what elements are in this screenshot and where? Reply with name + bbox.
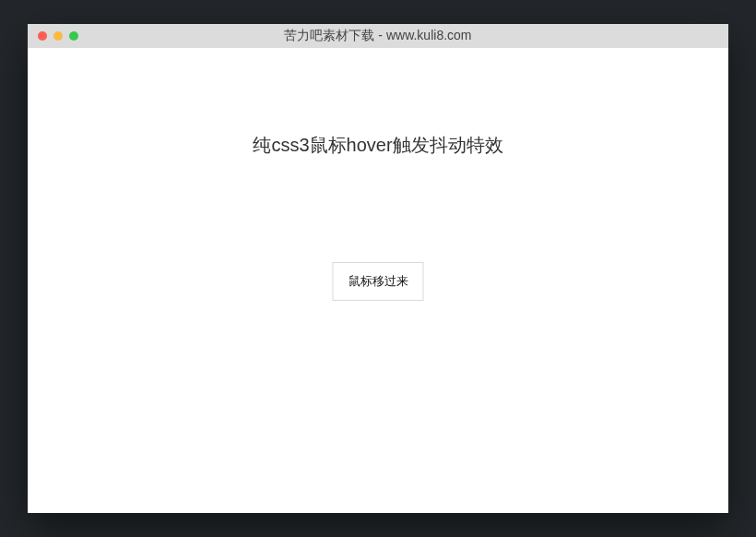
window-title: 苦力吧素材下载 - www.kuli8.com (28, 28, 728, 44)
traffic-lights (28, 31, 78, 41)
close-icon[interactable] (38, 31, 47, 41)
hover-demo-button[interactable]: 鼠标移过来 (333, 262, 424, 301)
page-heading: 纯css3鼠标hover触发抖动特效 (28, 133, 728, 158)
content-area: 纯css3鼠标hover触发抖动特效 鼠标移过来 (28, 48, 728, 513)
minimize-icon[interactable] (53, 31, 63, 41)
maximize-icon[interactable] (69, 31, 78, 41)
titlebar: 苦力吧素材下载 - www.kuli8.com (28, 24, 728, 48)
browser-window: 苦力吧素材下载 - www.kuli8.com 纯css3鼠标hover触发抖动… (28, 24, 728, 513)
